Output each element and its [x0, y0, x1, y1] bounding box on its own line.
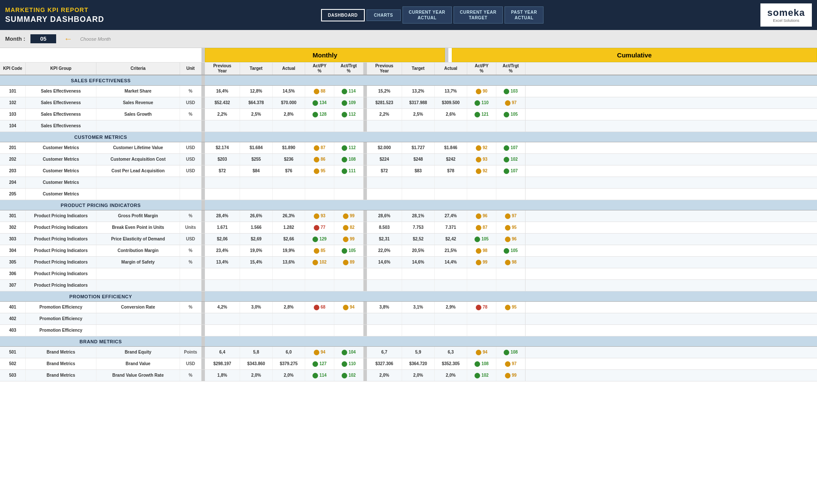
cell-m-target: $64.378: [240, 97, 273, 108]
cell-criteria: Customer Lifetime Value: [96, 142, 180, 153]
cell-c-target: 14,6%: [402, 257, 435, 268]
cell-c-prev: 22,0%: [367, 245, 402, 256]
cell-c-prev: [367, 268, 402, 279]
cell-c-target: [402, 268, 435, 279]
cell-m-acttrgt: 102: [334, 370, 363, 381]
table-row: 307 Product Pricing Indicators: [0, 280, 817, 291]
cell-c-actual: $352.305: [435, 358, 467, 369]
col-c-actual: Actual: [435, 63, 467, 75]
cell-c-actpy: 90: [467, 86, 496, 97]
cell-c-actual: [435, 268, 467, 279]
cell-criteria: Sales Growth: [96, 109, 180, 120]
cell-c-actpy: [467, 280, 496, 291]
cell-c-actual: $2,42: [435, 234, 467, 245]
cell-c-target: $364.720: [402, 358, 435, 369]
header: MARKETING KPI REPORT SUMMARY DASHBOARD D…: [0, 0, 817, 30]
cell-c-target: $248: [402, 154, 435, 165]
cell-m-prev: [205, 325, 240, 336]
cell-criteria: [96, 325, 180, 336]
cell-kpi-code: 205: [0, 189, 26, 200]
cell-criteria: Market Share: [96, 86, 180, 97]
cell-kpi-group: Product Pricing Indicators: [26, 245, 96, 256]
cell-m-prev: [205, 120, 240, 132]
cell-c-actpy: [467, 268, 496, 279]
app-container: MARKETING KPI REPORT SUMMARY DASHBOARD D…: [0, 0, 817, 381]
cell-m-prev: $2.174: [205, 142, 240, 153]
cell-unit: %: [180, 109, 201, 120]
header-nav: DASHBOARD CHARTS CURRENT YEARACTUAL CURR…: [321, 6, 544, 24]
table-row: 103 Sales Effectiveness Sales Growth % 2…: [0, 109, 817, 120]
divider1: [201, 63, 205, 75]
cell-c-prev: 3,8%: [367, 302, 402, 313]
cell-c-actual: [435, 313, 467, 324]
table-row: 306 Product Pricing Indicators: [0, 268, 817, 280]
section-header-row: PRODUCT PRICING INDICATORS: [0, 200, 817, 210]
cell-c-acttrgt: [496, 120, 526, 132]
cell-m-acttrgt: 104: [334, 347, 363, 358]
cell-m-actpy: 88: [305, 86, 334, 97]
cell-c-actpy: 108: [467, 358, 496, 369]
nav-current-year-actual[interactable]: CURRENT YEARACTUAL: [402, 6, 452, 24]
cell-kpi-group: Brand Metrics: [26, 358, 96, 369]
cell-kpi-code: 103: [0, 109, 26, 120]
section-headers-row: Monthly Cumulative: [0, 48, 817, 62]
cell-criteria: Customer Acquisition Cost: [96, 154, 180, 165]
cell-m-acttrgt: 109: [334, 97, 363, 108]
cell-kpi-group: Product Pricing Indicators: [26, 280, 96, 291]
cell-unit: %: [180, 245, 201, 256]
nav-dashboard[interactable]: DASHBOARD: [321, 9, 365, 21]
cell-unit: %: [180, 302, 201, 313]
cell-c-acttrgt: [496, 280, 526, 291]
cell-c-acttrgt: [496, 268, 526, 279]
cell-c-prev: 6,7: [367, 347, 402, 358]
cell-criteria: [96, 189, 180, 200]
choose-month-text: Choose Month: [80, 36, 111, 42]
cell-m-actpy: 86: [305, 154, 334, 165]
cell-c-target: 13,2%: [402, 86, 435, 97]
nav-charts[interactable]: CHARTS: [366, 9, 401, 21]
cell-m-actpy: 128: [305, 109, 334, 120]
cell-m-actual: 6,0: [273, 347, 305, 358]
cell-m-actual: 2,8%: [273, 302, 305, 313]
cell-criteria: [96, 280, 180, 291]
cell-m-prev: 2,2%: [205, 109, 240, 120]
col-unit: Unit: [180, 63, 201, 75]
cell-m-actpy: [305, 325, 334, 336]
cell-m-actual: [273, 325, 305, 336]
cell-m-prev: [205, 268, 240, 279]
cell-kpi-group: Brand Metrics: [26, 370, 96, 381]
cell-kpi-group: Customer Metrics: [26, 142, 96, 153]
col-m-acttrgt: Act/Trgt%: [334, 63, 363, 75]
cell-c-prev: 8.503: [367, 222, 402, 233]
cell-m-target: $255: [240, 154, 273, 165]
data-rows-container: SALES EFFECTIVENESS 101 Sales Effectiven…: [0, 75, 817, 381]
cell-m-target: $343.860: [240, 358, 273, 369]
cell-c-actual: 2,6%: [435, 109, 467, 120]
month-arrow-icon[interactable]: ←: [64, 34, 72, 44]
cell-unit: USD: [180, 97, 201, 108]
cell-kpi-code: 102: [0, 97, 26, 108]
cell-unit: %: [180, 370, 201, 381]
cell-unit: Points: [180, 347, 201, 358]
nav-past-year-actual[interactable]: PAST YEARACTUAL: [505, 6, 544, 24]
cell-m-actpy: 68: [305, 302, 334, 313]
cell-c-actual: $78: [435, 165, 467, 177]
table-row: 201 Customer Metrics Customer Lifetime V…: [0, 142, 817, 154]
cell-kpi-code: 203: [0, 165, 26, 177]
cell-m-actual: [273, 313, 305, 324]
cell-c-actual: 14,4%: [435, 257, 467, 268]
logo-sub: Excel Solutions: [773, 18, 799, 23]
cell-c-prev: [367, 313, 402, 324]
cell-criteria: [96, 268, 180, 279]
cell-m-actual: 2,0%: [273, 370, 305, 381]
nav-current-year-target[interactable]: CURRENT YEARTARGET: [454, 6, 503, 24]
cell-kpi-code: 301: [0, 210, 26, 222]
cell-c-target: 5,9: [402, 347, 435, 358]
table-row: 501 Brand Metrics Brand Equity Points 6,…: [0, 347, 817, 358]
cell-m-acttrgt: 112: [334, 142, 363, 153]
cell-m-actpy: 134: [305, 97, 334, 108]
cell-c-target: $317.988: [402, 97, 435, 108]
table-row: 202 Customer Metrics Customer Acquisitio…: [0, 154, 817, 165]
cell-c-prev: $2.000: [367, 142, 402, 153]
cell-c-acttrgt: 107: [496, 165, 526, 177]
